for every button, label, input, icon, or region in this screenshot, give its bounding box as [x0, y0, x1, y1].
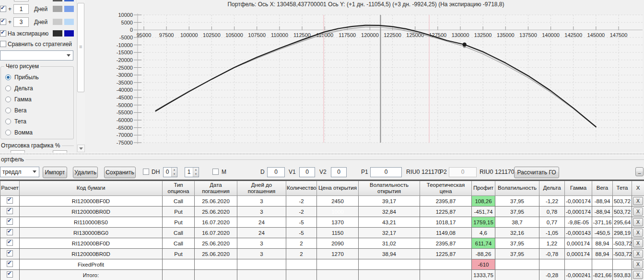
cell-days[interactable]: 24	[237, 228, 286, 238]
cell-vol[interactable]: 37,95	[495, 238, 539, 249]
delete-button[interactable]: Удалить	[73, 167, 98, 178]
calc-go-button[interactable]: Рассчитать ГО	[514, 167, 559, 178]
cell-qty[interactable]: 2	[286, 238, 317, 249]
radio-icon[interactable]	[5, 74, 11, 80]
row-checkbox[interactable]	[7, 271, 13, 278]
cell-qty[interactable]: -5	[286, 228, 317, 238]
column-header-2[interactable]: Код бумаги	[20, 181, 163, 196]
column-header-16[interactable]: X	[632, 181, 644, 196]
cell-date[interactable]: 25.06.2020	[195, 196, 237, 207]
profit-chart-area[interactable]: 1000050000-5000-10000-15000-20000-25000-…	[88, 0, 644, 153]
cell-date[interactable]: 16.07.2020	[195, 217, 237, 228]
row-checkbox[interactable]	[7, 240, 13, 246]
compare-strategy-checkbox[interactable]	[0, 41, 6, 47]
cell-qty[interactable]: -2	[286, 207, 317, 217]
plus3-days-checkbox[interactable]	[0, 19, 6, 25]
cell-gamma[interactable]: -0,000143	[565, 228, 592, 238]
cell-vega[interactable]: 88,94	[592, 238, 613, 249]
cell-code[interactable]: RI120000BR0D	[20, 249, 163, 259]
cell-vega[interactable]: -371,16	[592, 217, 613, 228]
draw-option-6[interactable]: Вомма	[5, 128, 68, 135]
cell-delta[interactable]: -0,78	[539, 249, 565, 259]
cell-vol[interactable]	[495, 259, 539, 270]
expiration-fill-color-swatch[interactable]	[64, 30, 74, 37]
cell-gamma[interactable]: -0,000174	[565, 196, 592, 207]
cell-vega[interactable]: -88,94	[592, 207, 613, 217]
cell-theo-price[interactable]: 1149,08	[420, 228, 472, 238]
cell-qty[interactable]: 2	[286, 249, 317, 259]
cell-delta[interactable]: 1,22	[539, 238, 565, 249]
cell-profit[interactable]: 1333,75	[472, 270, 495, 280]
radio-icon[interactable]	[5, 97, 11, 102]
p1-field[interactable]: 0	[370, 167, 402, 177]
cell-qty[interactable]: -5	[286, 217, 317, 228]
cell-theo-price[interactable]: 1018,17	[420, 217, 472, 228]
cell-gamma[interactable]: 0,000174	[565, 238, 592, 249]
cell-gamma[interactable]: 0,000174	[565, 249, 592, 259]
cell-vega[interactable]	[592, 259, 613, 270]
scrollbar-down-button[interactable]	[77, 145, 85, 152]
plus1-days-input[interactable]: 1	[13, 4, 29, 14]
cell-date[interactable]: 16.07.2020	[195, 228, 237, 238]
cell-delta[interactable]: 0,78	[539, 207, 565, 217]
cell-open-vol[interactable]: 31,02	[359, 238, 420, 249]
cell-type[interactable]: Put	[163, 249, 195, 259]
remove-row-button[interactable]: X	[633, 229, 643, 237]
cell-theo-price[interactable]	[420, 259, 472, 270]
plus3-line-color-swatch[interactable]	[53, 19, 62, 25]
cell-open-vol[interactable]: 39,17	[359, 196, 420, 207]
cell-vol[interactable]: 37,95	[495, 249, 539, 259]
cell-date[interactable]: 25.06.2020	[195, 207, 237, 217]
cell-theta[interactable]: 593,83	[613, 270, 632, 280]
cell-profit[interactable]: -88,26	[472, 249, 495, 259]
remove-row-button[interactable]: X	[633, 218, 643, 226]
column-header-8[interactable]: Волатильность открытия	[359, 181, 420, 196]
cell-profit[interactable]: -451,74	[472, 207, 495, 217]
import-button[interactable]: Импорт	[43, 167, 67, 178]
cell-code[interactable]: RI130000BG0	[20, 228, 163, 238]
cell-vol[interactable]: 37,95	[495, 196, 539, 207]
radio-icon[interactable]	[5, 119, 11, 124]
cell-open-vol[interactable]	[359, 270, 420, 280]
cell-days[interactable]: 24	[237, 217, 286, 228]
cell-days[interactable]: 3	[237, 207, 286, 217]
dh-spinner-2[interactable]: 1 ▲▼	[185, 167, 199, 177]
cell-open-price[interactable]: 2090	[317, 238, 359, 249]
cell-gamma[interactable]: -0,000174	[565, 207, 592, 217]
cell-open-price[interactable]: 1000	[317, 207, 359, 217]
plus3-days-input[interactable]: 3	[13, 17, 29, 27]
cell-gamma[interactable]: -0,000241	[565, 270, 592, 280]
radio-icon[interactable]	[5, 130, 11, 135]
cell-open-price[interactable]	[317, 270, 359, 280]
cell-calc-checkbox[interactable]	[0, 249, 20, 259]
cell-type[interactable]: Call	[163, 238, 195, 249]
cell-calc-checkbox[interactable]	[0, 228, 20, 238]
row-checkbox[interactable]	[7, 229, 13, 235]
row-checkbox[interactable]	[7, 208, 13, 214]
draw-option-3[interactable]: Гамма	[5, 95, 68, 102]
plus1-day-checkbox[interactable]	[0, 6, 6, 12]
cell-calc-checkbox[interactable]	[0, 217, 20, 228]
cell-qty[interactable]: -2	[286, 196, 317, 207]
cell-delta[interactable]	[539, 259, 565, 270]
column-header-13[interactable]: Гамма	[565, 181, 592, 196]
draw-option-1[interactable]: Прибыль	[5, 73, 68, 80]
cell-code[interactable]: RI120000BR0D	[20, 207, 163, 217]
cell-open-vol[interactable]: 43,21	[359, 217, 420, 228]
cell-theo-price[interactable]: 1225,87	[420, 207, 472, 217]
dh-spinner-1[interactable]: 0 ▲▼	[163, 167, 177, 177]
cell-open-price[interactable]: 1270	[317, 249, 359, 259]
minimize-button[interactable]: _	[635, 167, 644, 176]
column-header-14[interactable]: Вега	[592, 181, 613, 196]
cell-open-price[interactable]: 2450	[317, 196, 359, 207]
plus1-fill-color-swatch[interactable]	[64, 6, 74, 12]
cell-theta[interactable]: 503,72	[613, 196, 632, 207]
cell-open-price[interactable]: 1370	[317, 217, 359, 228]
column-header-7[interactable]: Цена открытия	[317, 181, 359, 196]
v1-field[interactable]: 0	[299, 167, 315, 177]
cell-date[interactable]: 25.06.2020	[195, 238, 237, 249]
remove-row-button[interactable]: X	[633, 197, 643, 205]
cell-theta[interactable]: -503,72	[613, 249, 632, 259]
remove-row-button[interactable]: X	[633, 239, 643, 247]
cell-type[interactable]: Call	[163, 228, 195, 238]
